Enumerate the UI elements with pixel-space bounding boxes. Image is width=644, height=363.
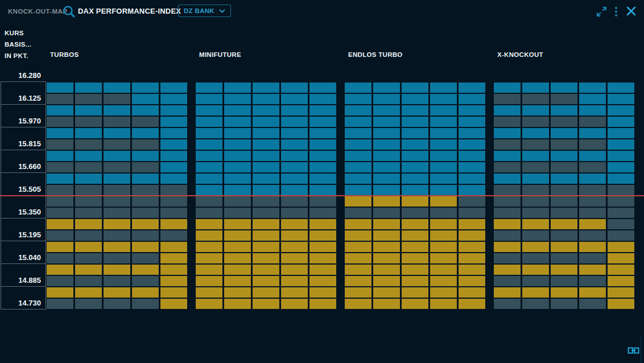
- ko-cell[interactable]: [579, 151, 606, 161]
- ko-cell[interactable]: [459, 253, 485, 263]
- ko-cell[interactable]: [579, 117, 606, 127]
- ko-cell[interactable]: [47, 208, 73, 218]
- ko-cell[interactable]: [75, 94, 102, 104]
- ko-cell[interactable]: [281, 139, 308, 150]
- ko-cell[interactable]: [522, 230, 549, 241]
- ko-cell[interactable]: [75, 265, 102, 275]
- ko-cell[interactable]: [373, 276, 400, 286]
- ko-cell[interactable]: [430, 82, 457, 93]
- ko-cell[interactable]: [253, 94, 279, 104]
- ko-cell[interactable]: [75, 287, 102, 298]
- ko-cell[interactable]: [281, 253, 308, 263]
- ko-cell[interactable]: [494, 208, 521, 218]
- ko-cell[interactable]: [160, 208, 187, 218]
- ko-cell[interactable]: [459, 208, 485, 218]
- ko-cell[interactable]: [47, 162, 73, 172]
- ko-cell[interactable]: [579, 94, 606, 104]
- ko-cell[interactable]: [430, 94, 457, 104]
- ko-cell[interactable]: [402, 230, 428, 241]
- ko-cell[interactable]: [281, 219, 308, 229]
- ko-cell[interactable]: [104, 117, 130, 127]
- ko-cell[interactable]: [309, 82, 336, 93]
- ko-cell[interactable]: [522, 105, 549, 116]
- ko-cell[interactable]: [47, 139, 73, 150]
- ko-cell[interactable]: [196, 185, 222, 195]
- ko-cell[interactable]: [309, 196, 336, 207]
- ko-cell[interactable]: [522, 117, 549, 127]
- ko-cell[interactable]: [309, 253, 336, 263]
- ko-cell[interactable]: [309, 219, 336, 229]
- ko-cell[interactable]: [281, 162, 308, 172]
- ko-cell[interactable]: [309, 208, 336, 218]
- ko-cell[interactable]: [253, 117, 279, 127]
- ko-cell[interactable]: [75, 276, 102, 286]
- ko-cell[interactable]: [373, 117, 400, 127]
- ko-cell[interactable]: [402, 128, 428, 138]
- ko-cell[interactable]: [551, 105, 577, 116]
- ko-cell[interactable]: [459, 128, 485, 138]
- ko-cell[interactable]: [494, 139, 521, 150]
- ko-cell[interactable]: [104, 94, 130, 104]
- ko-cell[interactable]: [253, 82, 279, 93]
- ko-cell[interactable]: [522, 196, 549, 207]
- ko-cell[interactable]: [402, 105, 428, 116]
- ko-cell[interactable]: [608, 82, 634, 93]
- ko-cell[interactable]: [608, 185, 634, 195]
- ko-cell[interactable]: [494, 128, 521, 138]
- ko-cell[interactable]: [281, 242, 308, 252]
- ko-cell[interactable]: [430, 230, 457, 241]
- ko-cell[interactable]: [47, 242, 73, 252]
- ko-cell[interactable]: [224, 276, 251, 286]
- ko-cell[interactable]: [104, 151, 130, 161]
- ko-cell[interactable]: [224, 94, 251, 104]
- ko-cell[interactable]: [608, 151, 634, 161]
- ko-cell[interactable]: [522, 185, 549, 195]
- ko-cell[interactable]: [402, 242, 428, 252]
- ko-cell[interactable]: [309, 185, 336, 195]
- ko-cell[interactable]: [522, 82, 549, 93]
- ko-cell[interactable]: [104, 139, 130, 150]
- ko-cell[interactable]: [579, 276, 606, 286]
- ko-cell[interactable]: [551, 299, 577, 309]
- ko-cell[interactable]: [104, 162, 130, 172]
- ko-cell[interactable]: [104, 196, 130, 207]
- ko-cell[interactable]: [253, 105, 279, 116]
- ko-cell[interactable]: [345, 139, 371, 150]
- ko-cell[interactable]: [373, 299, 400, 309]
- ko-cell[interactable]: [104, 82, 130, 93]
- ko-cell[interactable]: [345, 151, 371, 161]
- ko-cell[interactable]: [253, 196, 279, 207]
- ko-cell[interactable]: [494, 265, 521, 275]
- ko-cell[interactable]: [494, 276, 521, 286]
- ko-cell[interactable]: [345, 242, 371, 252]
- ko-cell[interactable]: [224, 219, 251, 229]
- ko-cell[interactable]: [281, 287, 308, 298]
- ko-cell[interactable]: [579, 299, 606, 309]
- ko-cell[interactable]: [160, 287, 187, 298]
- ko-cell[interactable]: [224, 117, 251, 127]
- ko-cell[interactable]: [430, 287, 457, 298]
- ko-cell[interactable]: [345, 128, 371, 138]
- ko-cell[interactable]: [551, 162, 577, 172]
- ko-cell[interactable]: [608, 219, 634, 229]
- ko-cell[interactable]: [522, 151, 549, 161]
- ko-cell[interactable]: [430, 151, 457, 161]
- ko-cell[interactable]: [104, 128, 130, 138]
- ko-cell[interactable]: [345, 105, 371, 116]
- ko-cell[interactable]: [345, 162, 371, 172]
- ko-cell[interactable]: [373, 196, 400, 207]
- ko-cell[interactable]: [522, 265, 549, 275]
- ko-cell[interactable]: [47, 151, 73, 161]
- ko-cell[interactable]: [373, 128, 400, 138]
- ko-cell[interactable]: [196, 162, 222, 172]
- ko-cell[interactable]: [47, 105, 73, 116]
- ko-cell[interactable]: [253, 242, 279, 252]
- ko-cell[interactable]: [345, 185, 371, 195]
- ko-cell[interactable]: [522, 139, 549, 150]
- ko-cell[interactable]: [522, 162, 549, 172]
- ko-cell[interactable]: [132, 287, 159, 298]
- ko-cell[interactable]: [430, 105, 457, 116]
- ko-cell[interactable]: [430, 208, 457, 218]
- ko-cell[interactable]: [104, 219, 130, 229]
- ko-cell[interactable]: [579, 219, 606, 229]
